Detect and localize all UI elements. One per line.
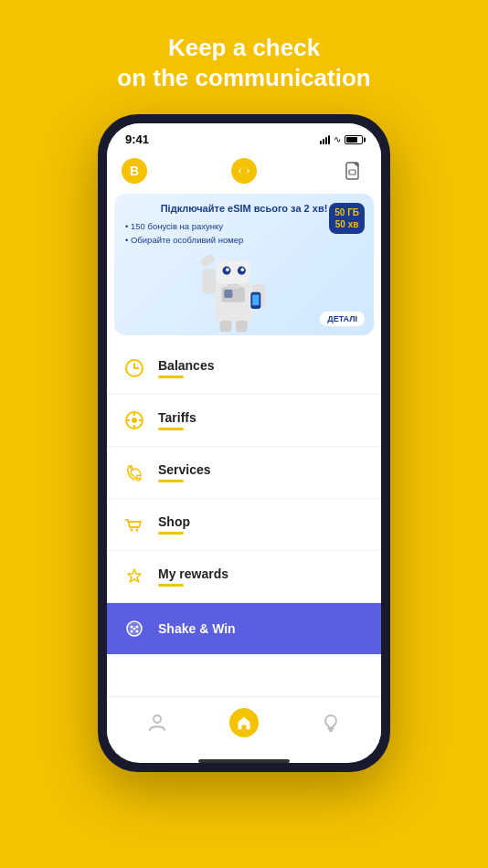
- robot-illustration: [195, 244, 277, 335]
- nav-item-profile[interactable]: [133, 709, 182, 736]
- menu-item-balances[interactable]: Balances: [107, 343, 381, 395]
- tariffs-icon: [122, 408, 147, 433]
- status-icons: ∿: [320, 134, 363, 144]
- menu-list: Balances Tariffs: [107, 343, 381, 696]
- svg-point-35: [133, 628, 136, 630]
- status-bar: 9:41 ∿: [107, 123, 381, 150]
- status-time: 9:41: [125, 132, 149, 146]
- balances-underline: [158, 376, 184, 378]
- app-header: B: [107, 150, 381, 194]
- battery-icon: [345, 135, 363, 144]
- tariffs-underline: [158, 428, 184, 430]
- shop-underline: [158, 532, 184, 535]
- wifi-icon: ∿: [334, 134, 341, 144]
- svg-point-1: [240, 167, 248, 175]
- svg-rect-7: [224, 290, 232, 298]
- svg-point-11: [226, 268, 229, 271]
- esim-banner: Підключайте eSIM всього за 2 хв! 150 бон…: [114, 194, 374, 335]
- svg-rect-20: [236, 321, 248, 333]
- tariffs-label: Tariffs: [158, 410, 196, 425]
- menu-item-shop[interactable]: Shop: [107, 499, 381, 551]
- rewards-label: My rewards: [158, 566, 228, 581]
- person-icon: [147, 713, 167, 733]
- svg-point-28: [131, 529, 133, 532]
- shop-icon: [122, 512, 147, 537]
- svg-rect-4: [349, 170, 355, 175]
- rewards-icon: [122, 564, 147, 589]
- banner-title: Підключайте eSIM всього за 2 хв!: [125, 203, 363, 214]
- menu-item-shake[interactable]: Shake & Win: [107, 603, 381, 654]
- svg-point-36: [154, 715, 161, 723]
- services-icon: [122, 460, 147, 485]
- shop-label: Shop: [158, 514, 190, 529]
- menu-item-tariffs[interactable]: Tariffs: [107, 395, 381, 447]
- shake-icon: [122, 616, 147, 641]
- svg-point-32: [136, 626, 139, 629]
- bottom-nav: [107, 696, 381, 754]
- home-icon: [229, 708, 259, 737]
- balances-icon: [122, 355, 147, 381]
- sim-card-icon[interactable]: [341, 158, 366, 184]
- menu-item-rewards[interactable]: My rewards: [107, 551, 381, 603]
- svg-rect-15: [203, 269, 217, 293]
- details-button[interactable]: ДЕТАЛІ: [320, 312, 365, 326]
- svg-point-29: [136, 529, 139, 532]
- menu-item-services[interactable]: Services: [107, 447, 381, 499]
- nav-item-home[interactable]: [215, 704, 273, 741]
- services-label: Services: [158, 462, 211, 477]
- rewards-underline: [158, 584, 184, 587]
- shake-label: Shake & Win: [158, 621, 236, 636]
- banner-badge: 50 ГБ 50 хв: [329, 203, 365, 234]
- svg-rect-14: [199, 253, 217, 268]
- svg-point-33: [131, 630, 133, 633]
- banner-bullets: 150 бонусів на рахунку Обирайте особливи…: [125, 219, 363, 247]
- signal-icon: [320, 135, 330, 144]
- lightbulb-icon: [321, 713, 341, 733]
- home-indicator: [198, 759, 290, 763]
- page-title: Keep a check on the communication: [117, 33, 370, 92]
- svg-point-23: [132, 418, 137, 423]
- logo-b-icon[interactable]: B: [122, 158, 147, 184]
- svg-point-12: [240, 268, 244, 271]
- svg-point-31: [131, 626, 133, 629]
- nav-item-ideas[interactable]: [306, 709, 355, 736]
- services-underline: [158, 480, 184, 482]
- svg-rect-18: [252, 294, 259, 305]
- svg-point-34: [136, 630, 139, 633]
- main-logo[interactable]: [228, 155, 260, 186]
- phone-mockup: 9:41 ∿ B: [98, 114, 390, 772]
- balances-label: Balances: [158, 358, 214, 373]
- svg-rect-19: [220, 321, 232, 333]
- svg-rect-13: [228, 284, 240, 289]
